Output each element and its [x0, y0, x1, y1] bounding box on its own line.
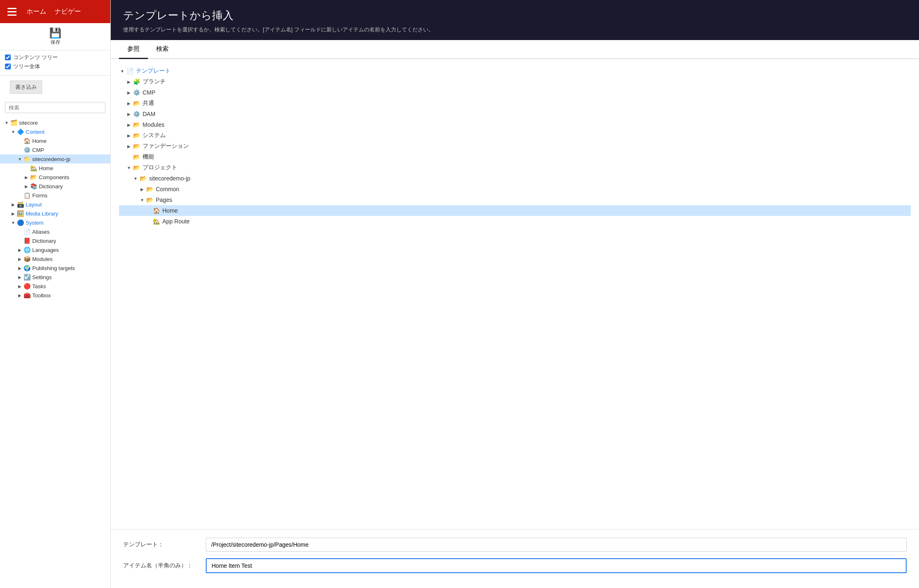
label-pages: Pages: [156, 197, 172, 203]
tree-item-home1[interactable]: 🏠 Home: [0, 136, 110, 145]
components-icon: 📂: [30, 173, 37, 181]
tree-item-components[interactable]: 📂 Components: [0, 173, 110, 182]
sitecoredemo-d-icon: 📂: [139, 174, 147, 183]
top-bar: ホーム ナビゲー: [0, 0, 110, 23]
tree-item-toolbox[interactable]: 🧰 Toolbox: [0, 291, 110, 300]
item-name-input[interactable]: [206, 558, 907, 573]
tasks-icon: 🔴: [23, 282, 31, 290]
tree-item-system[interactable]: 🔵 System: [0, 218, 110, 227]
arrow-tasks: [17, 283, 23, 289]
dtree-pages[interactable]: ▼ 📂 Pages: [119, 194, 911, 205]
nav-navigate[interactable]: ナビゲー: [55, 7, 81, 16]
tab-search[interactable]: 検索: [148, 40, 177, 59]
content-checkbox[interactable]: [5, 55, 11, 60]
dialog-tabs: 参照 検索: [111, 40, 919, 59]
dtree-cmp[interactable]: ▶ ⚙️ CMP: [119, 87, 911, 98]
arrow-branch: ▶: [126, 78, 132, 85]
arrow-languages: [17, 247, 23, 253]
arrow-system-d: ▶: [126, 132, 132, 139]
dtree-project[interactable]: ▼ 📂 プロジェクト: [119, 162, 911, 173]
dtree-foundation[interactable]: ▶ 📂 ファンデーション: [119, 141, 911, 152]
dtree-function[interactable]: 📂 機能: [119, 152, 911, 162]
content-icon: 🔷: [17, 128, 24, 135]
dialog-header: テンプレートから挿入 使用するテンプレートを選択するか、検索してください。[アイ…: [111, 0, 919, 40]
tree-item-sitecoredemo[interactable]: 📁 sitecoredemo-jp: [0, 154, 110, 164]
arrow-demo-home: [23, 165, 30, 171]
arrow-toolbox: [17, 292, 23, 299]
dtree-approute[interactable]: 🏡 App Route: [119, 216, 911, 227]
dtree-sitecoredemo[interactable]: ▼ 📂 sitecoredemo-jp: [119, 173, 911, 184]
write-button[interactable]: 書き込み: [10, 81, 42, 94]
sidebar: ホーム ナビゲー 💾 保存 コンテンツ ツリー ツリー全体 書き込み: [0, 0, 111, 588]
toolbox-icon: 🧰: [23, 292, 31, 299]
label-foundation: ファンデーション: [143, 142, 189, 150]
aliases-icon: 📄: [23, 228, 31, 235]
dtree-common2[interactable]: ▶ 📂 Common: [119, 184, 911, 194]
label-media: Media Library: [26, 211, 58, 217]
tree-item-dictionary[interactable]: 📚 Dictionary: [0, 182, 110, 191]
dtree-branch[interactable]: ▶ 🧩 ブランチ: [119, 76, 911, 87]
tree-item-system-dictionary[interactable]: 📕 Dictionary: [0, 236, 110, 245]
checkbox-content[interactable]: コンテンツ ツリー: [5, 54, 105, 61]
label-cmp: CMP: [32, 147, 44, 153]
nav-home[interactable]: ホーム: [26, 7, 46, 16]
tree-item-aliases[interactable]: 📄 Aliases: [0, 227, 110, 236]
save-button[interactable]: 💾 保存: [5, 27, 105, 46]
label-approute: App Route: [162, 218, 190, 225]
label-system-dictionary: Dictionary: [32, 238, 56, 244]
tree-item-forms[interactable]: 📋 Forms: [0, 191, 110, 200]
insert-from-template-dialog: テンプレートから挿入 使用するテンプレートを選択するか、検索してください。[アイ…: [111, 0, 919, 588]
tree-checkbox[interactable]: [5, 64, 11, 69]
tree-item-settings[interactable]: ☑️ Settings: [0, 273, 110, 282]
hamburger-menu[interactable]: [5, 4, 20, 19]
main-area: テンプレートから挿入 使用するテンプレートを選択するか、検索してください。[アイ…: [111, 0, 919, 588]
item-name-label: アイテム名（半角のみ）：: [123, 562, 206, 569]
tree-item-layout[interactable]: 🗃️ Layout: [0, 200, 110, 209]
arrow-media: [10, 210, 17, 217]
label-modules-d: Modules: [143, 121, 164, 128]
tree-item-media[interactable]: 🖼️ Media Library: [0, 209, 110, 218]
tree-item-modules[interactable]: 📦 Modules: [0, 254, 110, 263]
label-project: プロジェクト: [143, 164, 177, 171]
label-templates: テンプレート: [136, 67, 171, 75]
dtree-system[interactable]: ▶ 📂 システム: [119, 130, 911, 141]
content-label: コンテンツ ツリー: [13, 54, 58, 61]
approute-icon: 🏡: [152, 217, 160, 225]
label-home-d: Home: [162, 207, 178, 214]
tree-label: ツリー全体: [13, 63, 40, 70]
dtree-dam[interactable]: ▶ ⚙️ DAM: [119, 109, 911, 119]
template-row: テンプレート：: [123, 538, 907, 552]
arrow-modules: [17, 256, 23, 262]
tree-item-demo-home[interactable]: 🏡 Home: [0, 164, 110, 173]
tree-item-content[interactable]: 🔷 Content: [0, 127, 110, 136]
arrow-home-d: [145, 207, 152, 214]
arrow-forms: [17, 192, 23, 199]
search-input[interactable]: [5, 102, 105, 113]
tab-browse[interactable]: 参照: [119, 40, 148, 59]
checkbox-tree[interactable]: ツリー全体: [5, 63, 105, 70]
arrow-home1: [17, 138, 23, 144]
tree-item-languages[interactable]: 🌐 Languages: [0, 245, 110, 254]
label-demo-home: Home: [39, 165, 53, 171]
dtree-home-selected[interactable]: 🏠 Home: [119, 205, 911, 216]
label-publishing: Publishing targets: [32, 265, 75, 271]
dtree-modules[interactable]: ▶ 📂 Modules: [119, 119, 911, 130]
dtree-common[interactable]: ▶ 📂 共通: [119, 98, 911, 109]
tree-item-sitecore[interactable]: 🗂️ sitecore: [0, 118, 110, 127]
dtree-templates[interactable]: ▼ 📄 テンプレート: [119, 66, 911, 76]
template-input[interactable]: [206, 538, 907, 552]
system-d-icon: 📂: [132, 131, 140, 140]
arrow-templates: ▼: [119, 68, 126, 74]
folder-gray-icon: 📁: [23, 155, 31, 163]
tree-item-cmp[interactable]: ⚙️ CMP: [0, 145, 110, 154]
arrow-cmp-d: ▶: [126, 89, 132, 96]
forms-icon: 📋: [23, 192, 31, 199]
cmp-icon: ⚙️: [23, 146, 31, 154]
label-languages: Languages: [32, 247, 59, 253]
arrow-dictionary: [23, 183, 30, 190]
save-icon: 💾: [49, 27, 62, 39]
tree-item-publishing[interactable]: 🌍 Publishing targets: [0, 263, 110, 273]
tree-item-tasks[interactable]: 🔴 Tasks: [0, 282, 110, 291]
arrow-pages: ▼: [139, 197, 145, 203]
arrow-function: [126, 154, 132, 160]
